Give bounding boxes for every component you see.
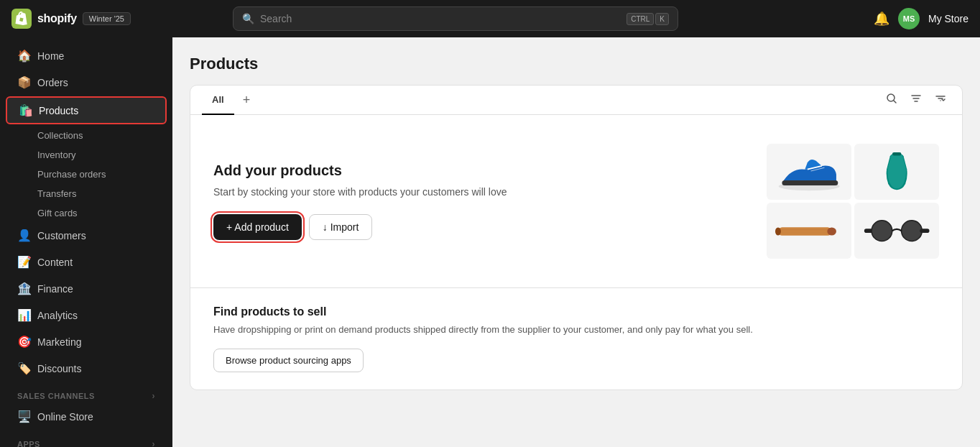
search-bar[interactable]: 🔍 CTRL K [233,6,678,31]
svg-rect-4 [892,152,901,156]
product-image-tube [767,203,851,259]
orders-icon: 📦 [17,75,30,89]
sidebar-item-marketing[interactable]: 🎯 Marketing [6,329,167,354]
sidebar-item-online-store[interactable]: 🖥️ Online Store [6,404,167,429]
topnav: shopify Winter '25 🔍 CTRL K 🔔 MS My Stor… [0,0,980,37]
logo-area[interactable]: shopify Winter '25 [11,9,131,29]
vase-illustration [863,149,930,194]
sidebar-item-analytics-label: Analytics [37,310,78,321]
apps-chevron-icon[interactable]: › [152,439,156,447]
filter-list-icon[interactable] [906,88,926,111]
sidebar-item-home-label: Home [37,50,64,62]
home-icon: 🏠 [17,49,30,63]
search-shortcut: CTRL K [627,13,669,25]
content-icon: 📝 [17,255,30,269]
import-button[interactable]: ↓ Import [309,214,373,240]
analytics-icon: 📊 [17,308,30,322]
svg-point-15 [872,221,892,241]
filter-icon [910,93,922,104]
product-image-glasses [854,203,939,259]
find-products-section: Find products to sell Have dropshipping … [190,287,962,390]
transfers-label: Transfers [37,188,76,199]
sidebar: 🏠 Home 📦 Orders 🛍️ Products Collections … [0,37,172,447]
gift-cards-label: Gift cards [37,208,78,218]
sidebar-item-purchase-orders[interactable]: Purchase orders [6,165,167,184]
find-products-desc: Have dropshipping or print on demand pro… [213,323,939,337]
svg-point-11 [775,227,781,235]
sneaker-illustration [775,149,843,194]
inventory-label: Inventory [37,149,75,160]
sidebar-item-finance[interactable]: 🏦 Finance [6,276,167,301]
sidebar-item-transfers[interactable]: Transfers [6,184,167,203]
sidebar-item-customers-label: Customers [37,230,86,241]
product-image-sneaker [767,144,851,200]
page-title: Products [190,55,963,73]
purchase-orders-label: Purchase orders [37,169,106,180]
apps-section: Apps › [0,430,172,447]
svg-rect-3 [782,180,838,185]
shopify-logo-icon [11,9,32,29]
sales-channels-section: Sales channels › [0,382,172,404]
sort-icon-button[interactable] [930,88,951,111]
glasses-illustration [863,208,930,253]
svg-point-10 [827,227,836,235]
sidebar-item-finance-label: Finance [37,283,73,295]
products-icon: 🛍️ [19,103,32,117]
k-key: K [655,13,669,25]
marketing-icon: 🎯 [17,335,30,349]
action-buttons: + Add product ↓ Import [213,214,738,240]
store-name[interactable]: My Store [928,13,969,24]
sidebar-item-content[interactable]: 📝 Content [6,249,167,275]
logo-text: shopify [37,12,77,25]
search-input[interactable] [260,13,621,24]
sidebar-item-marketing-label: Marketing [37,336,81,348]
sidebar-item-products[interactable]: 🛍️ Products [6,96,167,124]
empty-state-desc: Start by stocking your store with produc… [213,185,738,200]
sidebar-item-orders-label: Orders [37,77,68,88]
sidebar-item-collections[interactable]: Collections [6,126,167,145]
tab-bar: All + [190,86,962,115]
sidebar-item-analytics[interactable]: 📊 Analytics [6,303,167,328]
tube-illustration [775,208,843,253]
sidebar-item-orders[interactable]: 📦 Orders [6,70,167,95]
svg-rect-17 [920,229,929,233]
ctrl-key: CTRL [627,13,654,25]
sidebar-item-discounts[interactable]: 🏷️ Discounts [6,356,167,381]
sidebar-item-home[interactable]: 🏠 Home [6,43,167,68]
empty-state: Add your products Start by stocking your… [190,115,962,287]
products-card: All + [190,85,963,390]
collections-label: Collections [37,130,83,141]
svg-rect-6 [778,227,832,235]
product-image-vase [854,144,939,200]
sidebar-item-customers[interactable]: 👤 Customers [6,223,167,248]
sidebar-item-online-store-label: Online Store [37,411,93,423]
layout: 🏠 Home 📦 Orders 🛍️ Products Collections … [0,37,980,447]
customers-icon: 👤 [17,229,30,242]
search-icon [886,93,897,104]
find-products-title: Find products to sell [213,305,939,318]
topnav-right: 🔔 MS My Store [874,8,969,29]
sidebar-item-inventory[interactable]: Inventory [6,145,167,165]
search-filter-icon[interactable] [882,88,902,111]
svg-rect-0 [11,9,32,29]
svg-point-16 [902,221,922,241]
notification-bell-icon[interactable]: 🔔 [874,11,889,27]
finance-icon: 🏦 [17,282,30,295]
sort-icon [935,93,946,104]
avatar[interactable]: MS [898,8,920,29]
sidebar-item-gift-cards[interactable]: Gift cards [6,203,167,223]
sales-channels-chevron-icon[interactable]: › [152,391,156,401]
empty-state-title: Add your products [213,162,738,179]
sidebar-item-discounts-label: Discounts [37,363,81,374]
winter-badge: Winter '25 [83,12,131,25]
add-tab-button[interactable]: + [237,88,256,112]
search-icon: 🔍 [242,13,254,24]
main-content: Products All + [172,37,980,447]
sidebar-item-products-label: Products [39,105,78,116]
online-store-icon: 🖥️ [17,410,30,423]
tab-all[interactable]: All [202,86,234,115]
add-product-button[interactable]: + Add product [213,214,302,240]
tab-right-actions [882,88,951,111]
sidebar-item-content-label: Content [37,257,73,268]
browse-apps-button[interactable]: Browse product sourcing apps [213,349,364,372]
